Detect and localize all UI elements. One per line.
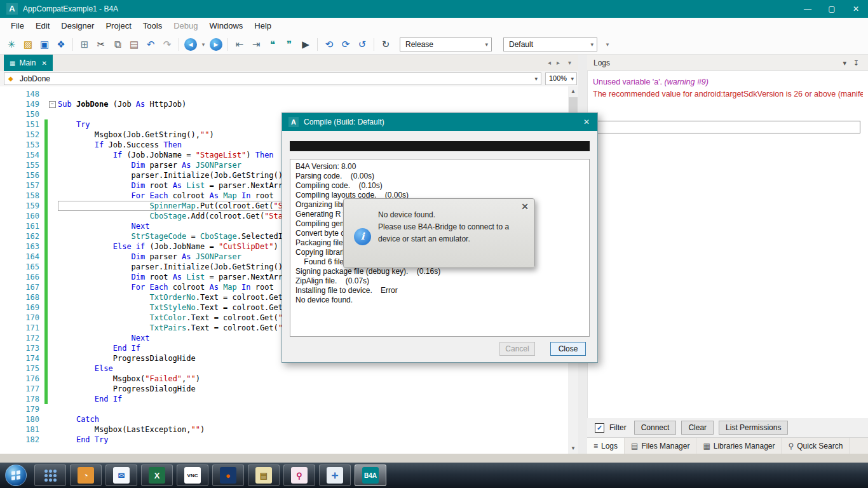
- fold-gutter: [48, 150, 58, 160]
- toolbar-overflow-icon[interactable]: ▾: [604, 37, 611, 52]
- navigate-back-icon[interactable]: ◀: [184, 38, 197, 51]
- b4a-icon[interactable]: B4A: [355, 464, 386, 486]
- menu-debug[interactable]: Debug: [168, 18, 203, 34]
- run-icon[interactable]: ▶: [298, 37, 313, 52]
- menu-tools[interactable]: Tools: [137, 18, 168, 34]
- back-history-dropdown-icon[interactable]: ▾: [200, 37, 207, 52]
- menu-edit[interactable]: Edit: [30, 18, 55, 34]
- connect-button[interactable]: Connect: [634, 421, 677, 435]
- fold-toggle-icon[interactable]: −: [48, 99, 58, 109]
- code-line-180[interactable]: 180 Catch: [0, 414, 568, 424]
- save-icon[interactable]: ▣: [37, 37, 52, 52]
- clear-button[interactable]: Clear: [681, 421, 714, 435]
- copy-icon[interactable]: ⧉: [110, 37, 125, 52]
- file-manager-icon[interactable]: ▤: [248, 464, 280, 486]
- code-text: End Try: [58, 435, 568, 445]
- new-project-icon[interactable]: ✳: [4, 37, 19, 52]
- build-target-combo[interactable]: Default▾: [503, 37, 597, 51]
- menu-designer[interactable]: Designer: [55, 18, 100, 34]
- cut-icon[interactable]: ✂: [93, 37, 109, 52]
- compile-dialog-close-icon[interactable]: ✕: [583, 113, 590, 131]
- zoom-combo[interactable]: 100% ▾: [545, 72, 577, 85]
- menu-help[interactable]: Help: [248, 18, 277, 34]
- line-number: 180: [0, 414, 44, 424]
- comment-icon[interactable]: ❝: [265, 37, 280, 52]
- filter-checkbox-label[interactable]: Filter: [609, 423, 627, 432]
- debug-restart-icon[interactable]: ⟲: [322, 37, 337, 52]
- firefox-icon[interactable]: ●: [212, 464, 244, 486]
- panel-tab-quick-search[interactable]: ⚲Quick Search: [782, 438, 850, 454]
- line-number: 172: [0, 333, 44, 343]
- fold-gutter: [48, 363, 58, 374]
- code-line-175[interactable]: 175 Else: [0, 363, 568, 374]
- debug-resume-icon[interactable]: ⟳: [338, 37, 353, 52]
- designer-icon[interactable]: ⊞: [77, 37, 92, 52]
- taskbar-icons: ◔✉XVNC●▤⚲✛B4A: [34, 464, 386, 486]
- code-line-182[interactable]: 182 End Try: [0, 435, 568, 445]
- b4a-designer-icon[interactable]: ✛: [319, 464, 351, 486]
- fold-gutter: [48, 353, 58, 363]
- maximize-button[interactable]: ▢: [820, 0, 844, 18]
- minimize-button[interactable]: —: [796, 0, 820, 18]
- firefox-icon-glyph: ●: [220, 467, 236, 484]
- panel-tab-libraries-manager[interactable]: ▦Libraries Manager: [696, 438, 782, 454]
- logs-filter-input[interactable]: [591, 121, 860, 133]
- compile-dialog-titlebar[interactable]: A Compile (Build: Default) ✕: [282, 113, 597, 131]
- b4a-ide-window: A AppCompatExample1 - B4A — ▢ ✕ FileEdit…: [0, 0, 868, 488]
- quick-launch-grid-icon[interactable]: [34, 464, 66, 486]
- menu-file[interactable]: File: [5, 18, 30, 34]
- compile-close-button[interactable]: Close: [550, 342, 586, 356]
- tab-list-dropdown-icon[interactable]: ▾: [568, 59, 571, 66]
- scroll-up-icon[interactable]: ▲: [568, 86, 578, 97]
- menu-windows[interactable]: Windows: [204, 18, 249, 34]
- code-line-178[interactable]: 178 End If: [0, 394, 568, 404]
- outdent-icon[interactable]: ⇤: [232, 37, 247, 52]
- filter-checkbox[interactable]: ✓: [595, 423, 604, 433]
- undo-icon[interactable]: ↶: [143, 37, 158, 52]
- build-configuration-combo[interactable]: Release▾: [400, 37, 492, 51]
- tab-scroll-right-icon[interactable]: ▸: [557, 59, 560, 66]
- tab-main[interactable]: ▦ Main ✕: [4, 55, 53, 71]
- line-number: 157: [0, 180, 44, 191]
- scroll-down-icon[interactable]: ▼: [568, 444, 578, 454]
- code-line-179[interactable]: 179: [0, 404, 568, 414]
- fold-gutter: [48, 191, 58, 201]
- menu-project[interactable]: Project: [100, 18, 137, 34]
- popup-close-icon[interactable]: ✕: [521, 201, 529, 212]
- compile-cancel-button[interactable]: Cancel: [499, 342, 535, 356]
- indent-icon[interactable]: ⇥: [248, 37, 264, 52]
- save-all-icon[interactable]: ❖: [53, 37, 69, 52]
- logs-pin-icon[interactable]: ↧: [853, 55, 859, 71]
- close-window-button[interactable]: ✕: [844, 0, 868, 18]
- debug-step-icon[interactable]: ↺: [355, 37, 370, 52]
- mail-icon[interactable]: ✉: [105, 464, 137, 486]
- code-text: Else: [58, 363, 568, 374]
- list-permissions-button[interactable]: List Permissions: [719, 421, 788, 435]
- redo-icon[interactable]: ↷: [159, 37, 175, 52]
- navigate-forward-icon[interactable]: ▶: [210, 38, 222, 51]
- code-line-149[interactable]: 149−Sub JobDone (Job As HttpJob): [0, 99, 568, 109]
- search-tool-icon[interactable]: ⚲: [283, 464, 315, 486]
- clean-project-icon[interactable]: ↻: [378, 37, 393, 52]
- uncomment-icon[interactable]: ❞: [281, 37, 297, 52]
- member-selector-combo[interactable]: ◆ JobDone ▾: [4, 72, 541, 85]
- code-line-177[interactable]: 177 ProgressDialogHide: [0, 384, 568, 394]
- line-number: 165: [0, 262, 44, 272]
- code-line-148[interactable]: 148: [0, 89, 568, 99]
- open-project-icon[interactable]: ▨: [20, 37, 36, 52]
- fold-gutter: [48, 109, 58, 119]
- line-number: 159: [0, 201, 44, 211]
- outlook-icon[interactable]: ◔: [70, 464, 102, 486]
- code-line-181[interactable]: 181 Msgbox(LastException,""): [0, 424, 568, 435]
- panel-tab-files-manager[interactable]: ▤Files Manager: [625, 438, 696, 454]
- code-line-176[interactable]: 176 Msgbox("Failed",""): [0, 374, 568, 384]
- logs-menu-chevron-icon[interactable]: ▾: [843, 55, 846, 71]
- panel-tab-logs[interactable]: ≡Logs: [587, 438, 625, 454]
- paste-icon[interactable]: ▤: [126, 37, 142, 52]
- excel-icon[interactable]: X: [141, 464, 173, 486]
- vnc-icon[interactable]: VNC: [177, 464, 208, 486]
- start-button[interactable]: [5, 464, 27, 486]
- fold-gutter: [48, 180, 58, 191]
- tab-close-icon[interactable]: ✕: [41, 60, 46, 67]
- tab-scroll-left-icon[interactable]: ◂: [548, 59, 551, 66]
